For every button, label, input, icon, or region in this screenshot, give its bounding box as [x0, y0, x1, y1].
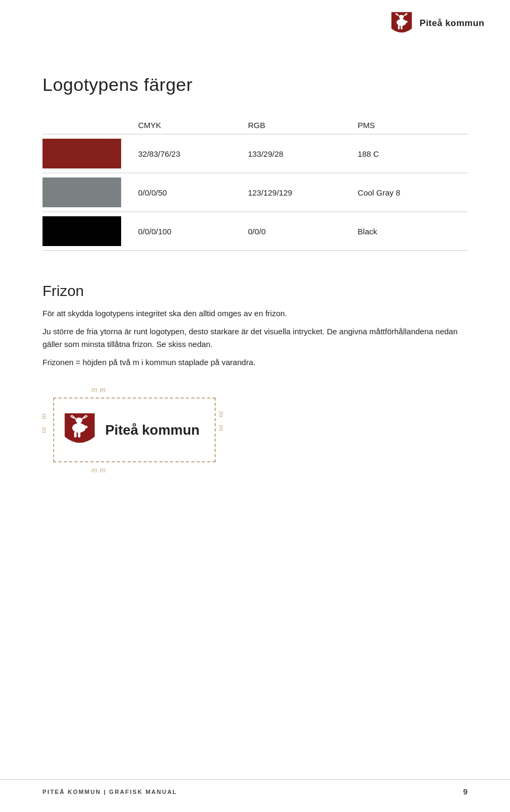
- color-swatch-red: [42, 134, 138, 173]
- color-gray-rgb: 123/129/129: [248, 183, 358, 202]
- svg-point-2: [399, 15, 404, 19]
- header-logo: Piteå kommun: [389, 10, 484, 37]
- color-swatch-gray: [42, 173, 138, 212]
- svg-point-5: [405, 21, 407, 23]
- frizon-paragraph3: Frizonen = höjden på två m i kommun stap…: [42, 356, 468, 369]
- marker-bottom-right: m: [100, 466, 106, 474]
- color-black-rgb: 0/0/0: [248, 222, 358, 241]
- color-black-cmyk: 0/0/0/100: [138, 222, 248, 241]
- footer-brand: PITEÅ KOMMUN | GRAFISK MANUAL: [42, 789, 177, 795]
- color-red-rgb: 133/29/28: [248, 144, 358, 164]
- col-header-cmyk: CMYK: [138, 121, 248, 130]
- page-title: Logotypens färger: [42, 74, 468, 95]
- frizon-paragraph1: För att skydda logotypens integritet ska…: [42, 307, 468, 320]
- svg-rect-3: [398, 25, 400, 29]
- frizon-logo-icon: [62, 410, 98, 450]
- marker-top-left: m: [91, 386, 97, 394]
- footer: PITEÅ KOMMUN | GRAFISK MANUAL 9: [0, 779, 510, 796]
- frizon-logo-container: m m m m m m: [53, 397, 216, 462]
- marker-left-bottom: m: [40, 427, 48, 433]
- color-gray-cmyk: 0/0/0/50: [138, 183, 248, 202]
- svg-point-11: [84, 426, 88, 428]
- col-header-rgb: RGB: [248, 121, 358, 130]
- color-table: CMYK RGB PMS 32/83/76/23 133/29/28 188 C…: [42, 121, 468, 251]
- frizon-logo-text: Piteå kommun: [105, 422, 200, 438]
- color-black-pms: Black: [358, 222, 468, 241]
- frizon-paragraph2: Ju större de fria ytorna är runt logotyp…: [42, 325, 468, 351]
- color-row-black: 0/0/0/100 0/0/0 Black: [42, 212, 468, 251]
- svg-point-8: [75, 417, 82, 423]
- marker-top-right: m: [100, 386, 106, 394]
- frizon-section: Frizon För att skydda logotypens integri…: [42, 283, 468, 462]
- header-logo-icon: [389, 10, 414, 37]
- main-content: Logotypens färger CMYK RGB PMS 32/83/76/…: [0, 43, 510, 494]
- svg-rect-4: [401, 25, 402, 29]
- page: Piteå kommun Logotypens färger CMYK RGB …: [0, 0, 510, 812]
- marker-bottom-left: m: [91, 466, 97, 474]
- color-red-pms: 188 C: [358, 144, 468, 164]
- marker-right-bottom: m: [217, 425, 225, 431]
- frizon-title: Frizon: [42, 283, 468, 300]
- header: Piteå kommun: [0, 0, 510, 43]
- footer-page-number: 9: [463, 787, 468, 796]
- marker-right-top: m: [217, 411, 225, 417]
- svg-rect-10: [78, 432, 81, 437]
- frizon-dashed-border: m m: [53, 397, 216, 462]
- svg-rect-9: [74, 432, 77, 437]
- color-row-gray: 0/0/0/50 123/129/129 Cool Gray 8: [42, 173, 468, 212]
- color-gray-pms: Cool Gray 8: [358, 183, 468, 202]
- color-table-header: CMYK RGB PMS: [42, 121, 468, 134]
- col-header-pms: PMS: [358, 121, 468, 130]
- header-brand-name: Piteå kommun: [420, 18, 484, 29]
- color-row-red: 32/83/76/23 133/29/28 188 C: [42, 134, 468, 173]
- marker-left-top: m: [40, 413, 48, 419]
- col-header-swatch: [42, 121, 138, 130]
- color-swatch-black: [42, 212, 138, 250]
- color-red-cmyk: 32/83/76/23: [138, 144, 248, 164]
